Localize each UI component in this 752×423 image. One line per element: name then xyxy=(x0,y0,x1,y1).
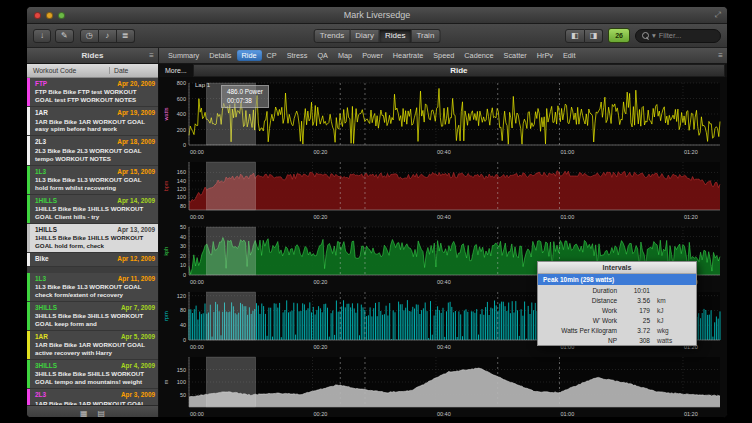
window-body: Workout Code Date FTPApr 20, 2009FTP Bik… xyxy=(27,64,727,418)
ride-description: 1HILLS Bike Bike 1HILLS WORKOUT GOAL Cli… xyxy=(35,205,155,221)
search-icon xyxy=(642,32,649,39)
ride-list-item[interactable]: 2L3Apr 18, 20092L3 Bike Bike 2L3 WORKOUT… xyxy=(27,136,158,165)
view-tab-trends[interactable]: Trends xyxy=(314,29,351,43)
view-tab-rides[interactable]: Rides xyxy=(380,29,411,43)
ride-list: FTPApr 20, 2009FTP Bike Bike FTP test WO… xyxy=(27,78,158,405)
ride-list-item[interactable]: 3HILLSApr 7, 20093HILLS Bike Bike 3HILLS… xyxy=(27,302,158,331)
tab-power[interactable]: Power xyxy=(357,50,388,61)
svg-text:80: 80 xyxy=(180,307,186,313)
tab-map[interactable]: Map xyxy=(333,50,357,61)
tab-edit[interactable]: Edit xyxy=(558,50,581,61)
chart-menu-icon[interactable]: ≡ xyxy=(718,51,723,60)
calendar-icon[interactable]: ▦ xyxy=(80,409,88,418)
tab-qa[interactable]: QA xyxy=(312,50,333,61)
svg-text:0: 0 xyxy=(183,337,186,343)
tab-speed[interactable]: Speed xyxy=(428,50,459,61)
fullscreen-icon[interactable]: ⤢ xyxy=(715,10,721,20)
svg-text:00:40: 00:40 xyxy=(437,279,451,285)
view-tab-diary[interactable]: Diary xyxy=(350,29,380,43)
svg-text:160: 160 xyxy=(177,169,186,175)
ride-date: Apr 7, 2009 xyxy=(121,304,155,312)
sidebar-menu-icon[interactable]: ≡ xyxy=(149,51,154,60)
tab-scatter[interactable]: Scatter xyxy=(499,50,532,61)
import-button[interactable]: ↓ xyxy=(33,29,51,43)
ride-date: Apr 12, 2009 xyxy=(117,255,155,263)
ride-list-item[interactable]: 1ARApr 19, 20091AR Bike Bike 1AR WORKOUT… xyxy=(27,107,158,136)
tab-details[interactable]: Details xyxy=(204,50,236,61)
ride-date: Apr 11, 2009 xyxy=(118,275,155,283)
workout-code: 3HILLS xyxy=(35,304,57,312)
metronome-button[interactable]: ◷ xyxy=(80,29,99,43)
svg-text:rpm: rpm xyxy=(163,311,169,321)
tab-hrpv[interactable]: HrPv xyxy=(532,50,558,61)
ride-list-item[interactable]: 1L3Apr 15, 20091L3 Bike Bike 1L3 WORKOUT… xyxy=(27,166,158,195)
close-button[interactable] xyxy=(34,12,41,19)
options-button[interactable]: ≣ xyxy=(117,29,135,43)
chart-area-title: Ride xyxy=(193,64,725,77)
svg-text:100: 100 xyxy=(177,379,186,385)
column-date[interactable]: Date xyxy=(110,67,158,74)
tab-heartrate[interactable]: Heartrate xyxy=(388,50,428,61)
zoom-button[interactable] xyxy=(58,12,65,19)
main-top-bar: More... Ride xyxy=(159,64,727,77)
ride-description: 3HILLS Bike Bike SHILLS WORKOUT GOAL tem… xyxy=(35,370,155,386)
filter-chevron-icon[interactable]: ▾ xyxy=(652,31,656,40)
tab-ride[interactable]: Ride xyxy=(237,50,262,61)
sync-badge[interactable]: 26 xyxy=(608,28,630,43)
tab-cp[interactable]: CP xyxy=(262,50,282,61)
tab-stress[interactable]: Stress xyxy=(282,50,313,61)
tab-summary[interactable]: Summary xyxy=(163,50,204,61)
ride-item-header: 2L3Apr 3, 2009 xyxy=(35,391,155,399)
chart-altitude[interactable]: 5010015000:0000:2000:4001:0001:20m xyxy=(161,354,723,418)
ride-description: 1HILLS Bike Bike 1HILLS WORKOUT GOAL hol… xyxy=(35,234,155,250)
svg-text:00:40: 00:40 xyxy=(437,214,451,220)
more-link[interactable]: More... xyxy=(159,67,193,74)
chart-power[interactable]: 020040060080000:0000:2000:4001:0001:20wa… xyxy=(161,80,723,156)
toggle-lowbar-button[interactable]: ◨ xyxy=(585,29,604,43)
interval-stat-value: 308 xyxy=(624,337,650,344)
folder-icon[interactable]: ▤ xyxy=(98,409,106,418)
view-tab-train[interactable]: Train xyxy=(411,29,440,43)
svg-text:01:20: 01:20 xyxy=(684,411,698,417)
workout-code: 1L3 xyxy=(35,275,46,283)
ride-date: Apr 18, 2009 xyxy=(117,138,155,146)
compose-button[interactable]: ✎ xyxy=(55,29,74,43)
ride-list-item[interactable]: FTPApr 20, 2009FTP Bike Bike FTP test WO… xyxy=(27,78,158,107)
sidebar-footer: ▦▤ xyxy=(27,405,158,418)
ride-item-header: 3HILLSApr 4, 2009 xyxy=(35,362,155,370)
ride-date: Apr 3, 2009 xyxy=(121,391,155,399)
ride-color-strip xyxy=(27,224,30,252)
ride-list-item[interactable]: 2L3Apr 3, 20091AR Bike Bike 1AR WORKOUT … xyxy=(27,389,158,405)
ride-list-item[interactable]: 1L3Apr 11, 20091L3 Bike Bike 1L3 WORKOUT… xyxy=(27,273,158,302)
tooltip-time: 00:07:38 xyxy=(227,97,263,106)
intervals-selected-item[interactable]: Peak 10min (298 watts) xyxy=(538,274,696,285)
svg-text:01:20: 01:20 xyxy=(684,149,698,155)
ride-list-item[interactable]: 1HILLSApr 14, 20091HILLS Bike Bike 1HILL… xyxy=(27,195,158,224)
svg-text:20: 20 xyxy=(180,253,186,259)
interval-stat-row: NP308watts xyxy=(538,335,696,345)
column-workout-code[interactable]: Workout Code xyxy=(27,67,110,74)
ride-item-header: 1HILLSApr 14, 2009 xyxy=(35,197,155,205)
main-area: More... Ride 020040060080000:0000:2000:4… xyxy=(159,64,727,418)
chart-heartrate[interactable]: 8010012014016000:0000:2000:4001:0001:20b… xyxy=(161,159,723,221)
ride-color-strip xyxy=(27,136,30,164)
audio-button[interactable]: ♪ xyxy=(99,29,117,43)
ride-item-header: 1L3Apr 11, 2009 xyxy=(35,275,155,283)
ride-list-item[interactable]: BikeApr 12, 2009 xyxy=(27,253,158,266)
svg-text:01:00: 01:00 xyxy=(560,214,574,220)
ride-list-item[interactable]: 1ARApr 5, 20091AR Bike Bike 1AR WORKOUT … xyxy=(27,331,158,360)
ride-description: 1AR Bike Bike 1AR WORKOUT GOAL active re… xyxy=(35,341,155,357)
list-column-headers[interactable]: Workout Code Date xyxy=(27,64,158,78)
svg-text:800: 800 xyxy=(177,80,186,86)
intervals-popup[interactable]: IntervalsPeak 10min (298 watts)Duration1… xyxy=(537,261,697,346)
ride-list-item[interactable]: 3HILLSApr 4, 20093HILLS Bike Bike SHILLS… xyxy=(27,360,158,389)
interval-stat-label: Work xyxy=(543,307,624,314)
filter-field[interactable]: ▾ Filter... xyxy=(635,29,721,43)
minimize-button[interactable] xyxy=(46,12,53,19)
tab-cadence[interactable]: Cadence xyxy=(459,50,498,61)
toggle-sidebar-button[interactable]: ◧ xyxy=(565,29,585,43)
svg-text:150: 150 xyxy=(177,367,186,373)
interval-stat-unit: wkg xyxy=(650,327,669,334)
svg-text:kph: kph xyxy=(163,247,169,256)
ride-list-item[interactable]: 1HILLSApr 13, 20091HILLS Bike Bike 1HILL… xyxy=(27,224,158,253)
